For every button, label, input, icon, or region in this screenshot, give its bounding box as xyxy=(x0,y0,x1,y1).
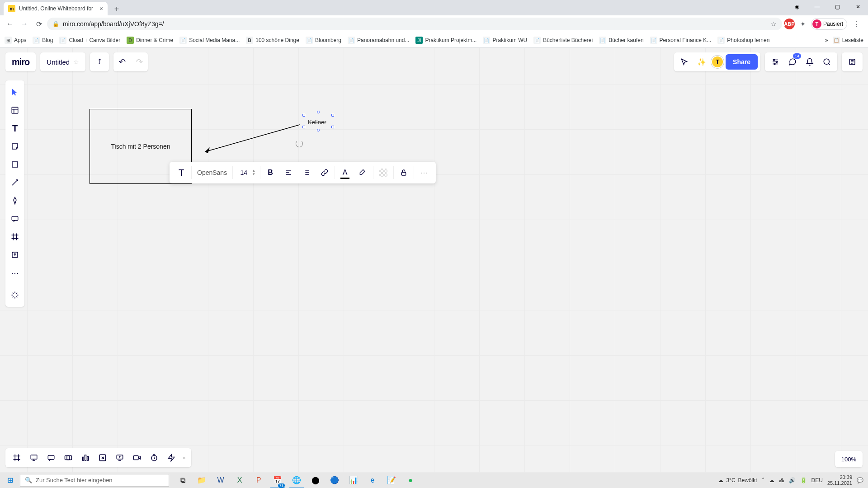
bookmark-item[interactable]: 📄Bücher kaufen xyxy=(599,37,643,44)
bookmark-item[interactable]: DDinner & Crime xyxy=(127,37,173,44)
comment-tool[interactable] xyxy=(5,210,24,228)
notifications-icon[interactable]: 💬 xyxy=(857,477,863,483)
bookmarks-overflow-icon[interactable]: » xyxy=(825,37,828,43)
volume-icon[interactable]: 🔊 xyxy=(789,477,796,483)
frames-panel-icon[interactable] xyxy=(8,449,25,466)
star-icon[interactable]: ☆ xyxy=(73,58,79,66)
bookmark-item[interactable]: 📄Photoshop lernen xyxy=(717,37,769,44)
list-button[interactable] xyxy=(297,164,316,182)
maximize-button[interactable]: ▢ xyxy=(827,0,848,14)
bookmark-item[interactable]: 📄Bloomberg xyxy=(306,37,341,44)
text-color-button[interactable]: A xyxy=(336,164,354,182)
reactions-icon[interactable]: ✨ xyxy=(694,54,709,70)
bookmark-item[interactable]: 📄Blog xyxy=(33,37,53,44)
activity-pill[interactable] xyxy=(842,52,863,71)
calendar-icon[interactable]: 📅73 xyxy=(269,472,287,488)
font-size-down[interactable]: ▼ xyxy=(252,173,255,176)
bookmark-item[interactable]: 📄Panoramabahn und... xyxy=(348,37,409,44)
board-title-pill[interactable]: Untitled ☆ xyxy=(40,52,85,71)
tray-chevron-icon[interactable]: ˄ xyxy=(762,477,764,483)
search-icon[interactable] xyxy=(819,54,835,70)
text-tool[interactable]: T xyxy=(5,119,24,137)
link-button[interactable] xyxy=(316,164,334,182)
frame-tool[interactable] xyxy=(5,228,24,246)
font-size-input[interactable] xyxy=(237,169,250,176)
embed-icon[interactable] xyxy=(94,449,111,466)
chat-icon[interactable] xyxy=(42,449,60,466)
pen-tool[interactable] xyxy=(5,192,24,210)
sync-icon[interactable]: ◉ xyxy=(787,0,807,14)
logo-pill[interactable]: miro xyxy=(5,52,36,71)
minimize-button[interactable]: ― xyxy=(807,0,827,14)
onedrive-icon[interactable]: ☁ xyxy=(769,477,774,483)
export-pill[interactable]: ⤴ xyxy=(90,52,109,71)
battery-icon[interactable]: 🔋 xyxy=(800,477,807,483)
settings-icon[interactable] xyxy=(768,54,783,70)
extensions-icon[interactable]: ✦ xyxy=(797,19,808,29)
start-button[interactable]: ⊞ xyxy=(0,472,20,488)
text-element-selected[interactable]: Kellner xyxy=(307,118,327,126)
back-button[interactable]: ← xyxy=(4,18,16,30)
timer-icon[interactable] xyxy=(146,449,163,466)
zoom-level[interactable]: 100% xyxy=(835,451,863,467)
shape-tool[interactable] xyxy=(5,155,24,174)
card-icon[interactable] xyxy=(60,449,77,466)
undo-button[interactable]: ↶ xyxy=(113,57,131,67)
lock-button[interactable] xyxy=(395,164,413,182)
apps-shortcut[interactable]: ⊞Apps xyxy=(5,37,26,44)
obs-icon[interactable]: ⬤ xyxy=(307,472,325,488)
rotate-handle[interactable] xyxy=(296,140,303,147)
explorer-icon[interactable]: 📁 xyxy=(193,472,211,488)
reload-button[interactable]: ⟳ xyxy=(33,18,45,30)
bold-button[interactable]: B xyxy=(261,164,279,182)
bookmark-item[interactable]: 📄Personal Finance K... xyxy=(650,37,712,44)
app-icon[interactable]: 📊 xyxy=(344,472,363,488)
font-size-control[interactable]: ▲▼ xyxy=(234,169,259,176)
profile-chip[interactable]: T Pausiert xyxy=(811,18,847,30)
share-button[interactable]: Share xyxy=(726,54,758,70)
reading-list-button[interactable]: 📋Leseliste xyxy=(833,37,863,44)
taskbar-search[interactable]: 🔍 Zur Suche Text hier eingeben xyxy=(20,474,169,487)
sticky-note-tool[interactable] xyxy=(5,137,24,155)
spotify-icon[interactable]: ● xyxy=(401,472,420,488)
language-indicator[interactable]: DEU xyxy=(811,477,823,483)
star-bookmark-icon[interactable]: ☆ xyxy=(771,20,777,28)
notepad-icon[interactable]: 📝 xyxy=(382,472,401,488)
browser-tab[interactable]: m Untitled, Online Whiteboard for × xyxy=(4,2,108,15)
redo-button[interactable]: ↷ xyxy=(131,57,148,67)
chrome-menu-icon[interactable]: ⋮ xyxy=(850,20,863,28)
bookmark-item[interactable]: 📄Bücherliste Bücherei xyxy=(533,37,593,44)
task-view-icon[interactable]: ⧉ xyxy=(174,472,192,488)
edge-icon[interactable]: e xyxy=(363,472,382,488)
apps-tool[interactable] xyxy=(5,286,24,304)
voting-icon[interactable] xyxy=(77,449,94,466)
more-options-button[interactable]: ⋯ xyxy=(415,164,433,182)
comments-icon[interactable]: 14 xyxy=(785,54,800,70)
align-button[interactable] xyxy=(279,164,297,182)
new-tab-button[interactable]: + xyxy=(110,3,123,15)
screen-share-icon[interactable] xyxy=(111,449,128,466)
bookmark-item[interactable]: 📄Praktikum WU xyxy=(483,37,527,44)
text-type-button[interactable]: T xyxy=(172,164,190,182)
line-tool[interactable] xyxy=(5,174,24,192)
highlight-color-button[interactable] xyxy=(354,164,372,182)
activity-icon[interactable] xyxy=(163,449,180,466)
select-tool[interactable] xyxy=(5,83,24,101)
forward-button[interactable]: → xyxy=(18,18,31,30)
presentation-icon[interactable] xyxy=(25,449,42,466)
collapse-toolbar-icon[interactable]: « xyxy=(180,455,189,461)
templates-tool[interactable] xyxy=(5,101,24,119)
chrome-icon[interactable]: 🌐 xyxy=(288,472,306,488)
bookmark-item[interactable]: JIPraktikum Projektm... xyxy=(415,37,476,44)
cursor-tracking-icon[interactable] xyxy=(677,54,692,70)
bookmark-item[interactable]: 📄Social Media Mana... xyxy=(179,37,240,44)
user-avatar[interactable]: T xyxy=(711,56,724,68)
powerpoint-icon[interactable]: P xyxy=(250,472,268,488)
excel-icon[interactable]: X xyxy=(231,472,249,488)
bell-icon[interactable] xyxy=(802,54,817,70)
weather-widget[interactable]: ☁ 3°C Bewölkt xyxy=(718,477,757,483)
clock[interactable]: 20:39 25.11.2021 xyxy=(827,474,852,486)
bookmark-item[interactable]: 📄Cload + Canva Bilder xyxy=(59,37,120,44)
close-tab-icon[interactable]: × xyxy=(99,5,103,12)
background-button[interactable] xyxy=(374,164,392,182)
